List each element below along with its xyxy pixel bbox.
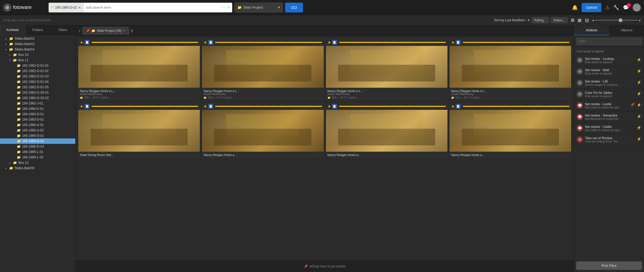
pick-files-button[interactable]: Pick Files <box>576 261 642 270</box>
sidebar-item-163-1982-G-03-01[interactable]: 📁163-1982-G-03-01 <box>0 90 75 95</box>
thumb-color-bar <box>463 42 569 43</box>
content-tab-slideproject[interactable]: 📌 📁 Slide Project (56) ✕ <box>82 27 129 35</box>
action-item-2[interactable]: ⚙ Set review - Matt Drop assets to appen… <box>574 66 644 77</box>
sidebar-item-164-1982-J-01[interactable]: 📁164-1982-J-01 <box>0 101 75 106</box>
sidebar-item-162-1982-D-01-02[interactable]: 📁162-1982-D-01-02 <box>0 68 75 74</box>
sidebar-item-slides-batch4[interactable]: ▾📂Slides.Batch4 <box>0 47 75 52</box>
sidebar-item-162-1982-D-01-05[interactable]: 📁162-1982-D-01-05 <box>0 84 75 90</box>
sidebar-item-box-11[interactable]: ▾📂Box 11 <box>0 57 75 63</box>
action-item-1[interactable]: ⚙ Set review - Lindsay Drop assets to ap… <box>574 55 644 66</box>
settings-icon[interactable]: 🔧 <box>613 5 619 11</box>
tab-nav-prev[interactable]: ‹ <box>78 28 81 33</box>
search-bar: 📁 165-1985-D-02 ✕ ··· ✕ <box>49 3 232 12</box>
warning-icon[interactable]: ⚠ <box>605 5 609 11</box>
action-lightning-icon[interactable]: ⚡ <box>637 80 641 84</box>
grid-view-button[interactable]: ⊞ <box>570 17 575 23</box>
thumb-color-bar <box>215 42 322 43</box>
notifications-icon[interactable]: 🔔 <box>572 5 578 11</box>
sidebar-item-165-1985-A-01[interactable]: 📁165-1985-A-01 <box>0 122 75 128</box>
search-options-icon[interactable]: ··· <box>220 5 225 10</box>
photo-card-6[interactable]: ★ 📄 Nancy Reagan Hosts a... <box>202 103 323 158</box>
search-input[interactable] <box>84 3 220 12</box>
go-button[interactable]: GO <box>285 3 303 12</box>
actions-filter-input[interactable] <box>576 38 642 45</box>
action-item-4[interactable]: ⚙ Color Fix for Slides Drop assets to ap… <box>574 89 644 100</box>
photo-card-1[interactable]: ★ 📄 Nancy Reagan Hosts a L... Susan McEl… <box>78 39 200 101</box>
photo-card-4[interactable]: ★ 📄 Nancy Reagan Hosts a L... Susan McEl… <box>450 39 571 101</box>
bottom-drop-zone[interactable]: 📌 ⊕Drop here to pin assets <box>76 260 574 272</box>
tree-folder-icon: 📁 <box>17 123 21 127</box>
view-toggle-group: ⊞ ▦ ▤ <box>570 17 590 23</box>
search-tag[interactable]: 📁 165-1985-D-02 ✕ <box>49 3 84 12</box>
tab-close-icon[interactable]: ✕ <box>123 29 126 33</box>
tab-folder-icon: 📁 <box>91 29 95 33</box>
action-title: Set review - Alexandra <box>585 114 635 117</box>
list-view-button[interactable]: ▤ <box>584 17 590 23</box>
sidebar-item-box-10[interactable]: ▸📁Box 10 <box>0 52 75 57</box>
action-icon: ⚙ <box>577 69 583 74</box>
sidebar-item-162-1982-D-01-04[interactable]: 📁162-1982-D-01-04 <box>0 79 75 84</box>
action-lightning-icon[interactable]: ⚡ <box>637 125 641 130</box>
rating-filter-button[interactable]: Rating... <box>532 17 549 23</box>
sidebar-item-162-1982-D-01-01[interactable]: 📁162-1982-D-01-01 <box>0 63 75 68</box>
sidebar-item-slides-batch5[interactable]: ▸📁Slides.Batch5 <box>0 165 75 171</box>
sidebar-item-166-1985-L-02[interactable]: 📁166-1985-L-02 <box>0 155 75 160</box>
notifications-badge-area[interactable]: 💬 5 <box>623 5 629 11</box>
sidebar-item-166-1985-L-01[interactable]: 📁166-1985-L-01 <box>0 149 75 155</box>
sidebar-item-163-1982-G-03-02[interactable]: 📁163-1982-G-03-02 <box>0 95 75 101</box>
sidebar-item-slides-batch3[interactable]: ▸📁Slides.Batch3 <box>0 41 75 47</box>
action-item-8[interactable]: ⚙ Take out of Review Undo the setting of… <box>574 134 644 145</box>
photo-card-2[interactable]: ★ 📄 Nancy Reagan Hosts a L... Susan McEl… <box>202 39 323 101</box>
sidebar-item-164-1983-D-01[interactable]: 📁164-1983-D-01 <box>0 111 75 117</box>
tree-folder-icon: 📁 <box>17 107 21 111</box>
sidebar-item-165-1985-D-02[interactable]: 📁165-1985-D-02 <box>0 138 75 144</box>
tree-folder-icon: 📁 <box>17 155 21 159</box>
action-lightning-icon[interactable]: ⚡ <box>637 69 641 73</box>
medium-grid-view-button[interactable]: ▦ <box>576 17 583 23</box>
collection-select[interactable]: 📁 Slide Project ▾ <box>234 3 283 12</box>
status-filter-button[interactable]: Status... <box>551 17 568 23</box>
search-tag-close-icon[interactable]: ✕ <box>78 5 81 10</box>
sidebar-item-box-12[interactable]: ▸📁Box 12 <box>0 160 75 165</box>
photo-card-3[interactable]: ★ 📄 Nancy Reagan Hosts a L... Susan McEl… <box>326 39 447 101</box>
fotoware-logo-icon <box>3 4 11 12</box>
avatar[interactable] <box>633 4 641 12</box>
sidebar-item-slides-batch2[interactable]: ▸📁Slides.Batch2 <box>0 36 75 41</box>
action-lightning-icon[interactable]: ⚡ <box>637 57 641 62</box>
action-item-5[interactable]: 💬 Set review - Leslie Ask Leslie to revi… <box>574 100 644 111</box>
photo-card-7[interactable]: ★ 📄 Nancy Reagan Hosts a... <box>326 103 447 158</box>
thumb-author: Susan McElhinney <box>80 93 198 96</box>
action-lightning-icon[interactable]: ⚡ <box>637 91 641 96</box>
photo-grid: ★ 📄 Nancy Reagan Hosts a L... Susan McEl… <box>76 36 574 260</box>
tab-albums[interactable]: Albums <box>609 25 644 35</box>
sidebar-item-165-1985-D-03[interactable]: 📁165-1985-D-03 <box>0 144 75 149</box>
action-item-6[interactable]: 💬 Set review - Alexandra Ask Alexandra t… <box>574 111 644 123</box>
upload-button[interactable]: Upload <box>582 3 601 12</box>
sidebar-item-165-1985-A-02[interactable]: 📁165-1985-A-02 <box>0 128 75 133</box>
search-clear-icon[interactable]: ✕ <box>225 6 232 9</box>
photo-card-8[interactable]: ★ 📄 Nancy Reagan Hosts a... <box>450 103 571 158</box>
action-lightning-icon[interactable]: ⚡ <box>637 103 641 107</box>
action-item-3[interactable]: ⚙ Set review - LIB Set the images to rev… <box>574 77 644 89</box>
tab-archives[interactable]: Archives <box>0 25 25 35</box>
sidebar-item-164-1983-D-02[interactable]: 📁164-1983-D-02 <box>0 117 75 122</box>
thumb-header: ★ 📄 <box>78 103 200 110</box>
tab-info-button[interactable]: ℹ <box>130 29 134 33</box>
thumb-footer: Nancy Reagan Hosts a... <box>202 152 323 158</box>
tree-label: 162-1982-D-01-05 <box>22 85 49 89</box>
action-pin-icon[interactable]: 📌 <box>630 103 635 107</box>
action-lightning-icon[interactable]: ⚡ <box>637 114 641 118</box>
sidebar: Archives Folders Filters ▸📁Slides.Batch2… <box>0 25 76 272</box>
action-item-7[interactable]: 💬 Set review - Caitlin Ask Caitlin to re… <box>574 123 644 134</box>
sort-button[interactable]: Sort by Last Modified ↓ ▾ <box>494 18 530 22</box>
tab-actions[interactable]: Actions <box>574 25 609 35</box>
zoom-slider[interactable] <box>595 20 638 21</box>
sidebar-item-162-1982-D-01-03[interactable]: 📁162-1982-D-01-03 <box>0 74 75 79</box>
tab-filters[interactable]: Filters <box>50 25 75 35</box>
tab-folders[interactable]: Folders <box>25 25 50 35</box>
action-lightning-icon[interactable]: ⚡ <box>637 137 641 141</box>
thumb-header: ★ 📄 <box>450 39 571 46</box>
sidebar-item-164-1982-K-01[interactable]: 📁164-1982-K-01 <box>0 106 75 111</box>
photo-card-5[interactable]: ★ 📄 State Dining Room Sett... <box>78 103 200 158</box>
sidebar-item-165-1985-D-01[interactable]: 📁165-1985-D-01 <box>0 133 75 138</box>
